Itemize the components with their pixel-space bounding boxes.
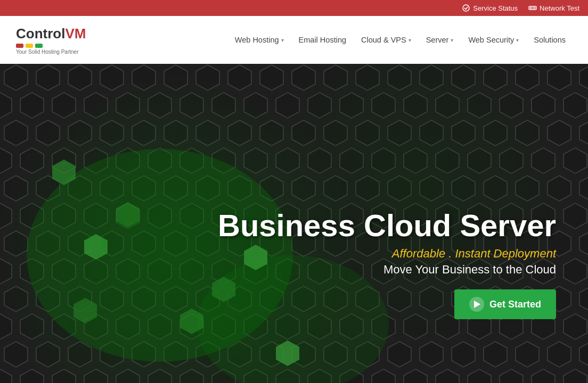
hero-subtitle-white: Move Your Business to the Cloud <box>218 263 556 277</box>
logo-text: ControlVM <box>16 26 86 42</box>
get-started-label: Get Started <box>489 299 541 310</box>
chevron-down-icon: ▾ <box>409 37 411 43</box>
logo-control: Control <box>16 26 65 41</box>
chevron-down-icon: ▾ <box>516 37 519 43</box>
logo-tagline: Your Solid Hosting Partner <box>16 49 86 55</box>
logo-dot-green <box>35 44 43 48</box>
network-test-label: Network Test <box>540 4 579 12</box>
service-status-link[interactable]: Service Status <box>462 4 518 12</box>
top-bar: Service Status Network Test <box>0 0 588 16</box>
play-icon <box>469 297 484 312</box>
svg-point-0 <box>463 5 469 11</box>
service-status-label: Service Status <box>473 4 518 12</box>
header: ControlVM Your Solid Hosting Partner Web… <box>0 16 588 64</box>
nav-solutions[interactable]: Solutions <box>527 31 572 48</box>
main-nav: Web Hosting ▾ Email Hosting Cloud & VPS … <box>228 31 572 48</box>
nav-email-hosting[interactable]: Email Hosting <box>292 31 353 48</box>
get-started-button[interactable]: Get Started <box>454 289 556 319</box>
nav-server[interactable]: Server ▾ <box>420 31 460 48</box>
logo-dot-red <box>16 44 23 48</box>
hero-subtitle-colored: Affordable . Instant Deployment <box>218 247 556 261</box>
check-circle-icon <box>462 4 470 12</box>
play-triangle <box>474 301 480 308</box>
logo-vm: VM <box>65 26 86 41</box>
logo[interactable]: ControlVM Your Solid Hosting Partner <box>16 26 86 55</box>
hero-content: Business Cloud Server Affordable . Insta… <box>218 209 556 319</box>
chevron-down-icon: ▾ <box>451 37 453 43</box>
nav-web-hosting[interactable]: Web Hosting ▾ <box>228 31 290 48</box>
chevron-down-icon: ▾ <box>281 37 284 43</box>
network-test-link[interactable]: Network Test <box>528 4 579 12</box>
logo-dots <box>16 44 86 48</box>
hero-title: Business Cloud Server <box>218 209 556 243</box>
hero-section: Business Cloud Server Affordable . Insta… <box>0 64 588 383</box>
logo-dot-yellow <box>26 44 33 48</box>
nav-cloud-vps[interactable]: Cloud & VPS ▾ <box>355 31 418 48</box>
network-icon <box>528 4 537 12</box>
nav-web-security[interactable]: Web Security ▾ <box>462 31 525 48</box>
